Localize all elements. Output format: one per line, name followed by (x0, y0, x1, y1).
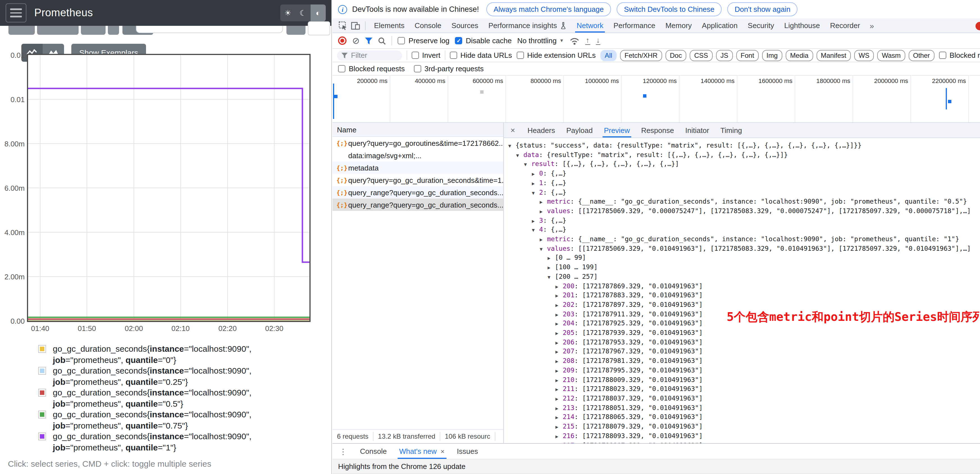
expanded-arrow-icon[interactable]: ▼ (524, 161, 531, 170)
collapsed-arrow-icon[interactable]: ▶ (532, 170, 539, 179)
collapsed-arrow-icon[interactable]: ▶ (555, 292, 563, 301)
tree-line[interactable]: ▶0: {,…} (508, 170, 980, 179)
legend-item[interactable]: go_gc_duration_seconds{instance="localho… (36, 365, 305, 387)
blocked-cookies-checkbox[interactable]: Blocked r (939, 51, 980, 59)
collapsed-arrow-icon[interactable]: ▶ (555, 423, 563, 432)
expanded-arrow-icon[interactable]: ▼ (540, 245, 547, 254)
tree-line[interactable]: ▶211: [1721788023.329, "0.010491963"] (508, 385, 980, 394)
banner-button[interactable]: Always match Chrome's language (486, 2, 611, 16)
close-icon[interactable]: × (441, 447, 444, 455)
tree-line[interactable]: ▶values: [[1721785069.329, "0.000075247"… (508, 207, 980, 216)
collapsed-arrow-icon[interactable]: ▶ (540, 208, 547, 216)
invert-checkbox[interactable]: Invert (411, 51, 440, 59)
tab-performance-insights[interactable]: Performance insights (483, 19, 571, 33)
drawer-tab-issues[interactable]: Issues (451, 444, 484, 459)
throttling-select[interactable]: No throttling▼ (517, 36, 564, 45)
chip-font[interactable]: Font (736, 50, 759, 61)
tab-console[interactable]: Console (409, 19, 446, 33)
tree-line[interactable]: ▶217: [1721788107.329, "0.010491963"] (508, 441, 980, 443)
light-theme-icon[interactable]: ☀ (280, 5, 295, 21)
chip-ws[interactable]: WS (854, 50, 874, 61)
collapsed-arrow-icon[interactable]: ▶ (555, 414, 563, 422)
collapsed-arrow-icon[interactable]: ▶ (555, 404, 563, 413)
collapsed-arrow-icon[interactable]: ▶ (555, 433, 563, 441)
chip-doc[interactable]: Doc (665, 50, 686, 61)
request-row[interactable]: {;}query_range?query=go_gc_duration_seco… (332, 186, 503, 198)
collapsed-arrow-icon[interactable]: ▶ (532, 179, 539, 188)
dark-theme-icon[interactable]: ☾ (295, 5, 310, 21)
chip-css[interactable]: CSS (690, 50, 713, 61)
tree-line[interactable]: ▶201: [1721787883.329, "0.010491963"] (508, 292, 980, 301)
drawer-menu-icon[interactable]: ⋮ (332, 447, 354, 456)
tree-line[interactable]: ▶202: [1721787897.329, "0.010491963"] (508, 301, 980, 310)
tree-line[interactable]: ▶1: {,…} (508, 179, 980, 188)
time-range-button[interactable] (37, 26, 79, 35)
clear-network-log-icon[interactable]: ⊘ (352, 36, 360, 45)
request-row[interactable]: {;}query?query=go_gc_duration_seconds&ti… (332, 174, 503, 186)
detail-tab-response[interactable]: Response (635, 123, 679, 138)
legend-item[interactable]: go_gc_duration_seconds{instance="localho… (36, 343, 305, 365)
collapsed-arrow-icon[interactable]: ▶ (540, 198, 547, 207)
tree-line[interactable]: ▶206: [1721787953.329, "0.010491963"] (508, 338, 980, 347)
tree-line[interactable]: ▶200: [1721787869.329, "0.010491963"] (508, 282, 980, 291)
collapsed-arrow-icon[interactable]: ▶ (555, 311, 563, 319)
inspect-element-icon[interactable] (337, 19, 349, 33)
time-shift-right-button[interactable] (81, 26, 106, 35)
chip-other[interactable]: Other (909, 50, 934, 61)
tab-sources[interactable]: Sources (447, 19, 483, 33)
disable-cache-checkbox[interactable]: ✓Disable cache (455, 36, 512, 45)
tree-line[interactable]: ▶208: [1721787981.329, "0.010491963"] (508, 357, 980, 366)
collapsed-arrow-icon[interactable]: ▶ (540, 236, 547, 244)
collapsed-arrow-icon[interactable]: ▶ (555, 282, 563, 291)
chip-img[interactable]: Img (762, 50, 782, 61)
resolution-input[interactable] (308, 21, 330, 35)
chip-wasm[interactable]: Wasm (877, 50, 905, 61)
chip-manifest[interactable]: Manifest (816, 50, 851, 61)
hide-data-urls-checkbox[interactable]: Hide data URLs (450, 51, 512, 59)
legend-item[interactable]: go_gc_duration_seconds{instance="localho… (36, 431, 305, 453)
drawer-tab-console[interactable]: Console (354, 444, 393, 459)
collapsed-arrow-icon[interactable]: ▶ (555, 367, 563, 376)
tree-line[interactable]: ▶3: {,…} (508, 216, 980, 225)
drawer-tab-what-s-new[interactable]: What's new× (393, 444, 451, 459)
tab-security[interactable]: Security (743, 19, 779, 33)
expanded-arrow-icon[interactable]: ▼ (532, 226, 539, 235)
collapsed-arrow-icon[interactable]: ▶ (555, 376, 563, 385)
collapsed-arrow-icon[interactable]: ▶ (555, 348, 563, 357)
tree-line[interactable]: ▶metric: {__name__: "go_gc_duration_seco… (508, 197, 980, 207)
collapsed-arrow-icon[interactable]: ▶ (532, 217, 539, 225)
collapsed-arrow-icon[interactable]: ▶ (555, 320, 563, 329)
expanded-arrow-icon[interactable]: ▼ (516, 151, 523, 160)
network-overview-timeline[interactable]: 200000 ms400000 ms600000 ms800000 ms1000… (332, 76, 980, 123)
time-plus-button[interactable] (286, 26, 305, 35)
more-tabs-chevron[interactable]: » (865, 21, 879, 30)
filter-funnel-icon[interactable] (365, 37, 372, 44)
tree-line[interactable]: ▼2: {,…} (508, 188, 980, 197)
auto-theme-icon[interactable]: ◐ (310, 5, 326, 21)
request-row[interactable]: {;}query_range?query=go_gc_duration_seco… (332, 198, 503, 211)
tree-line[interactable]: ▶210: [1721788009.329, "0.010491963"] (508, 376, 980, 385)
collapsed-arrow-icon[interactable]: ▶ (555, 395, 563, 404)
collapsed-arrow-icon[interactable]: ▶ (547, 254, 555, 263)
chip-js[interactable]: JS (716, 50, 733, 61)
graph-plot[interactable] (27, 54, 310, 322)
collapsed-arrow-icon[interactable]: ▶ (547, 264, 555, 272)
import-har-icon[interactable]: ↑ (585, 36, 590, 45)
tab-elements[interactable]: Elements (369, 19, 409, 33)
tab-lighthouse[interactable]: Lighthouse (779, 19, 825, 33)
request-row[interactable]: {;}metadata (332, 162, 503, 174)
tree-line[interactable]: ▶metric: {__name__: "go_gc_duration_seco… (508, 235, 980, 244)
request-row[interactable]: {;}query?query=go_goroutines&time=172178… (332, 137, 503, 149)
hamburger-menu-button[interactable] (6, 3, 26, 22)
tab-performance[interactable]: Performance (608, 19, 660, 33)
tree-line[interactable]: ▶[0 … 99] (508, 254, 980, 263)
tree-line[interactable]: ▶215: [1721788079.329, "0.010491963"] (508, 422, 980, 432)
tab-recorder[interactable]: Recorder (825, 19, 865, 33)
tree-line[interactable]: ▼result: [{,…}, {,…}, {,…}, {,…}, {,…}] (508, 160, 980, 170)
close-icon[interactable]: × (504, 126, 522, 135)
legend-item[interactable]: go_gc_duration_seconds{instance="localho… (36, 409, 305, 431)
end-time-input[interactable] (136, 26, 283, 33)
tree-line[interactable]: ▶205: [1721787939.329, "0.010491963"] (508, 329, 980, 338)
detail-tab-payload[interactable]: Payload (561, 123, 598, 138)
search-icon[interactable] (378, 37, 386, 44)
